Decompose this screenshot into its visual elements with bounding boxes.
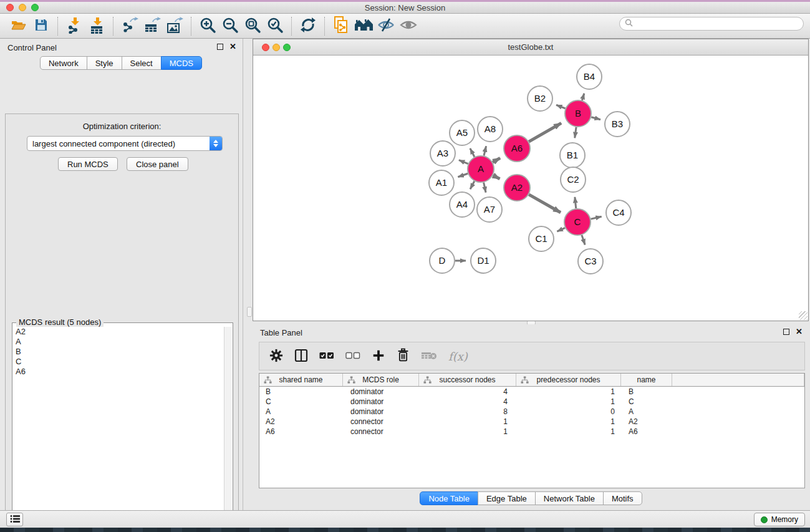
- table-cell[interactable]: 1: [516, 397, 621, 406]
- export-image-button[interactable]: [163, 16, 186, 37]
- tab-network-table[interactable]: Network Table: [535, 491, 604, 505]
- import-table-button[interactable]: [85, 16, 108, 37]
- graph-node-C[interactable]: C: [564, 209, 591, 235]
- zoom-in-button[interactable]: [196, 16, 219, 37]
- run-mcds-button[interactable]: Run MCDS: [58, 157, 118, 171]
- table-cell[interactable]: 0: [516, 407, 621, 416]
- graph-node-B2[interactable]: B2: [528, 86, 552, 111]
- graph-node-C3[interactable]: C3: [578, 249, 603, 274]
- column-header-predecessor-nodes[interactable]: predecessor nodes: [516, 374, 621, 386]
- zoom-selected-button[interactable]: [264, 16, 286, 37]
- memory-button[interactable]: Memory: [754, 513, 805, 526]
- table-cell[interactable]: A2: [259, 417, 343, 426]
- float-panel-icon[interactable]: [217, 44, 223, 50]
- table-cell[interactable]: 1: [419, 427, 516, 436]
- table-cell[interactable]: 1: [516, 387, 621, 396]
- close-table-panel-icon[interactable]: ✕: [796, 329, 803, 335]
- edge-B-B1[interactable]: [575, 127, 576, 138]
- home-button[interactable]: [352, 16, 375, 37]
- network-graph[interactable]: AA1A2A3A4A5A6A7A8BB1B2B3B4CC1C2C3C4DD1: [253, 56, 808, 321]
- tab-mcds[interactable]: MCDS: [161, 56, 202, 70]
- column-header-mcds-role[interactable]: MCDS role: [343, 374, 419, 386]
- delete-row-button[interactable]: [397, 347, 410, 365]
- table-cell[interactable]: A6: [259, 427, 343, 436]
- table-cell[interactable]: connector: [343, 417, 419, 426]
- graph-node-A6[interactable]: A6: [504, 135, 530, 162]
- table-cell[interactable]: dominator: [343, 407, 419, 416]
- table-cell[interactable]: dominator: [343, 387, 419, 396]
- session-search-input[interactable]: [636, 19, 803, 28]
- delete-table-button[interactable]: [421, 347, 437, 365]
- mcds-result-item[interactable]: C: [13, 357, 224, 367]
- graph-node-A5[interactable]: A5: [450, 120, 475, 145]
- export-table-button[interactable]: [141, 16, 163, 37]
- mcds-result-item[interactable]: A6: [13, 367, 224, 377]
- table-cell[interactable]: B: [259, 387, 343, 396]
- zoom-fit-button[interactable]: [241, 16, 264, 37]
- table-cell[interactable]: 8: [419, 407, 516, 416]
- edge-A-A6[interactable]: [493, 158, 500, 162]
- table-row[interactable]: A2connector11A2: [259, 417, 804, 427]
- graph-node-B1[interactable]: B1: [560, 143, 585, 168]
- graph-node-B4[interactable]: B4: [577, 64, 602, 89]
- graph-node-A1[interactable]: A1: [429, 170, 454, 195]
- new-network-button[interactable]: [330, 16, 352, 37]
- table-cell[interactable]: 1: [419, 417, 516, 426]
- refresh-button[interactable]: [297, 16, 319, 37]
- graph-node-C1[interactable]: C1: [529, 226, 554, 251]
- zoom-out-button[interactable]: [219, 16, 241, 37]
- table-settings-button[interactable]: [269, 347, 283, 365]
- table-cell[interactable]: connector: [343, 427, 419, 436]
- table-cell[interactable]: 4: [419, 387, 516, 396]
- table-cell[interactable]: A6: [621, 427, 672, 436]
- save-session-button[interactable]: [30, 16, 52, 37]
- mcds-result-item[interactable]: A2: [13, 327, 224, 337]
- graph-node-B3[interactable]: B3: [605, 112, 630, 137]
- table-row[interactable]: Cdominator41C: [259, 397, 804, 407]
- table-cell[interactable]: B: [621, 387, 672, 396]
- edge-B-B2[interactable]: [556, 105, 565, 109]
- table-row[interactable]: Bdominator41B: [259, 387, 804, 397]
- tab-style[interactable]: Style: [87, 56, 122, 70]
- column-header-name[interactable]: name: [621, 374, 672, 386]
- graph-node-A8[interactable]: A8: [478, 117, 503, 142]
- vertical-splitter-grip[interactable]: [247, 307, 252, 317]
- mcds-result-scrollbar[interactable]: [224, 327, 232, 528]
- edge-A2-C[interactable]: [529, 195, 561, 213]
- column-header-successor-nodes[interactable]: successor nodes: [419, 374, 516, 386]
- graph-node-A[interactable]: A: [468, 156, 494, 182]
- edge-A-A1[interactable]: [458, 173, 468, 177]
- table-cell[interactable]: A: [621, 407, 672, 416]
- graph-node-D[interactable]: D: [430, 248, 455, 273]
- edge-A-A8[interactable]: [484, 146, 486, 155]
- task-history-button[interactable]: [6, 513, 23, 526]
- table-cell[interactable]: A2: [621, 417, 672, 426]
- float-table-panel-icon[interactable]: [783, 329, 789, 335]
- criterion-dropdown[interactable]: largest connected component (directed): [27, 136, 223, 151]
- table-cell[interactable]: C: [259, 397, 343, 406]
- window-resize-grip[interactable]: [799, 311, 808, 320]
- edge-A-A4[interactable]: [470, 181, 475, 189]
- table-cell[interactable]: 1: [516, 417, 621, 426]
- tab-motifs[interactable]: Motifs: [603, 491, 642, 505]
- show-details-button[interactable]: [397, 16, 420, 37]
- tab-network[interactable]: Network: [40, 56, 87, 70]
- graph-node-A2[interactable]: A2: [504, 175, 530, 201]
- edge-C-C3[interactable]: [582, 235, 585, 245]
- session-search-field[interactable]: [619, 17, 804, 31]
- edge-B-B3[interactable]: [591, 117, 600, 120]
- graph-node-A3[interactable]: A3: [430, 141, 455, 166]
- graph-node-A4[interactable]: A4: [450, 192, 475, 217]
- edge-C-C1[interactable]: [557, 228, 565, 231]
- network-window-titlebar[interactable]: testGlobe.txt: [253, 39, 808, 56]
- table-row[interactable]: A6connector11A6: [259, 427, 804, 437]
- graph-node-B[interactable]: B: [565, 100, 591, 127]
- graph-node-C4[interactable]: C4: [606, 200, 631, 225]
- graph-node-A7[interactable]: A7: [477, 197, 502, 222]
- import-network-button[interactable]: [63, 16, 85, 37]
- mcds-result-item[interactable]: A: [13, 337, 224, 347]
- table-cell[interactable]: C: [621, 397, 672, 406]
- table-cell[interactable]: 4: [419, 397, 516, 406]
- table-cell[interactable]: A: [259, 407, 343, 416]
- edge-A-A3[interactable]: [459, 160, 468, 164]
